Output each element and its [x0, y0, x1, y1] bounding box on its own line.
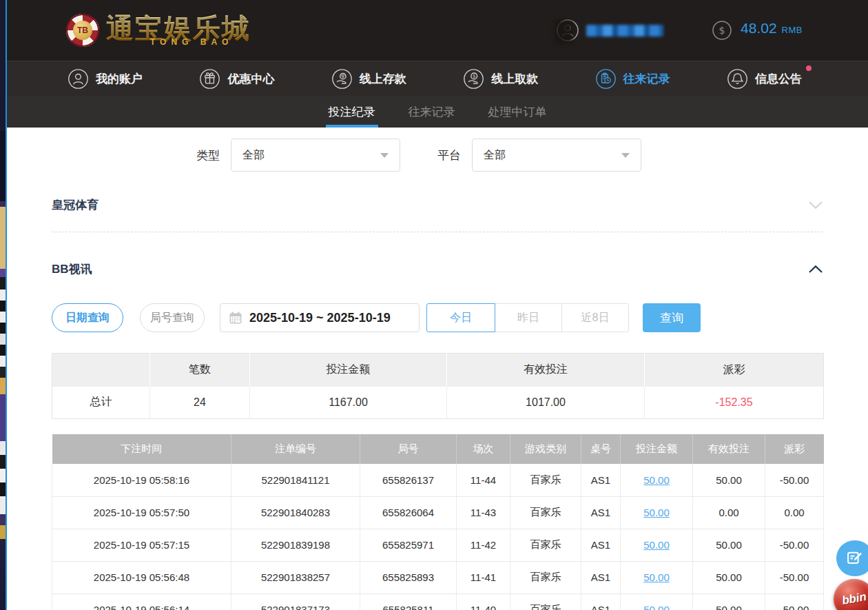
bet-table-body: 2025-10-19 05:58:16522901841121655826137… [52, 464, 824, 610]
table-cell: AS1 [581, 464, 621, 496]
tab-processing-orders[interactable]: 处理中订单 [487, 96, 548, 128]
table-cell: 50.00 [621, 496, 693, 529]
table-cell: 655825893 [360, 561, 457, 593]
last8days-button[interactable]: 近8日 [561, 303, 629, 332]
tab-bet-records[interactable]: 投注纪录 [327, 96, 377, 128]
table-cell: 2025-10-19 05:56:48 [52, 561, 231, 593]
summary-header-row: 笔数 投注金额 有效投注 派彩 [52, 354, 824, 387]
section-title: 皇冠体育 [52, 197, 99, 213]
table-cell: 50.00 [693, 529, 765, 561]
records-icon [595, 68, 617, 90]
table-cell: 百家乐 [510, 593, 581, 610]
nav-transaction-records[interactable]: 往来记录 [595, 68, 670, 90]
dashed-divider [52, 232, 823, 232]
yesterday-button[interactable]: 昨日 [495, 303, 562, 332]
sub-tabs: 投注纪录 往来记录 处理中订单 [7, 96, 868, 128]
table-cell: AS1 [581, 496, 621, 529]
table-cell: 百家乐 [510, 464, 581, 496]
date-range-value: 2025-10-19 ~ 2025-10-19 [249, 311, 391, 325]
bet-table-header-row: 下注时间 注单编号 局号 场次 游戏类别 桌号 投注金额 有效投注 派彩 [52, 434, 824, 464]
bet-amount-link[interactable]: 50.00 [643, 604, 670, 610]
bet-amount-link[interactable]: 50.00 [643, 507, 670, 518]
table-cell: 522901837173 [231, 593, 360, 610]
table-cell: 50.00 [693, 593, 765, 610]
nav-my-account[interactable]: 我的账户 [68, 68, 143, 90]
round-query-button[interactable]: 局号查询 [140, 303, 205, 332]
total-label: 总计 [52, 387, 150, 419]
content: 类型 全部 平台 全部 皇冠体育 BB视讯 [7, 139, 868, 610]
table-cell: 50.00 [621, 464, 693, 496]
table-cell: 50.00 [693, 561, 765, 593]
bet-records-table: 下注时间 注单编号 局号 场次 游戏类别 桌号 投注金额 有效投注 派彩 202… [52, 434, 824, 610]
balance-currency: RMB [782, 25, 803, 35]
table-cell: 655826137 [360, 464, 457, 496]
table-cell: 11-43 [457, 496, 510, 529]
chevron-down-icon [380, 153, 389, 158]
site-logo[interactable]: TB 通宝娱乐城 TONG BAO [66, 14, 251, 47]
table-cell: 522901841121 [231, 464, 360, 496]
search-button[interactable]: 查询 [643, 303, 701, 332]
tab-transaction-records[interactable]: 往来记录 [407, 96, 457, 128]
table-cell: 655825811 [360, 593, 457, 610]
withdraw-icon: $ [463, 68, 484, 90]
chevron-up-icon[interactable] [808, 265, 823, 274]
table-cell: 2025-10-19 05:56:14 [52, 593, 231, 610]
top-bar: TB 通宝娱乐城 TONG BAO $ 48.02 RMB [7, 0, 868, 61]
chevron-down-icon[interactable] [808, 201, 823, 210]
table-cell: 2025-10-19 05:58:16 [52, 464, 231, 496]
table-row: 2025-10-19 05:57:15522901839198655825971… [52, 529, 824, 561]
section-crown-sports[interactable]: 皇冠体育 [52, 197, 823, 213]
table-row: 2025-10-19 05:56:48522901838257655825893… [52, 561, 824, 593]
nav-announcements[interactable]: 信息公告 [727, 68, 802, 90]
table-cell: 11-42 [457, 529, 510, 561]
total-bet-amount: 1167.00 [250, 387, 447, 419]
bet-amount-link[interactable]: 50.00 [643, 539, 670, 551]
table-row: 2025-10-19 05:56:14522901837173655825811… [52, 593, 824, 610]
table-cell: 11-44 [457, 464, 510, 496]
table-cell: 50.00 [621, 529, 693, 561]
coin-icon: $ [712, 20, 732, 41]
table-cell: 522901839198 [231, 529, 360, 561]
svg-text:$: $ [719, 25, 725, 36]
table-cell: 百家乐 [510, 529, 581, 561]
nav-withdraw[interactable]: $ 线上取款 [463, 68, 538, 90]
type-select[interactable]: 全部 [231, 139, 400, 172]
avatar [556, 19, 579, 42]
feedback-edit-button[interactable] [836, 540, 868, 576]
type-label: 类型 [196, 148, 220, 163]
gift-icon [199, 68, 220, 90]
summary-total-row: 总计 24 1167.00 1017.00 -152.35 [52, 387, 824, 419]
edit-note-icon [845, 549, 865, 568]
platform-label: 平台 [437, 148, 461, 163]
notification-dot [806, 65, 812, 71]
table-cell: 2025-10-19 05:57:15 [52, 529, 231, 561]
date-query-button[interactable]: 日期查询 [52, 303, 123, 332]
total-valid-bet: 1017.00 [447, 387, 645, 419]
bet-amount-link[interactable]: 50.00 [643, 571, 670, 583]
today-button[interactable]: 今日 [426, 303, 495, 332]
platform-select[interactable]: 全部 [472, 139, 641, 172]
section-bb-video[interactable]: BB视讯 [52, 261, 823, 277]
table-cell: 522901840283 [231, 496, 360, 529]
nav-deposit[interactable]: 线上存款 [331, 68, 406, 90]
bell-icon [727, 68, 748, 90]
date-range-picker[interactable]: 2025-10-19 ~ 2025-10-19 [220, 303, 420, 332]
user-account[interactable] [556, 19, 663, 42]
page: TB 通宝娱乐城 TONG BAO $ 48.02 RMB [7, 0, 868, 610]
quick-range-group: 今日 昨日 近8日 [426, 303, 629, 332]
nav-promotions[interactable]: 优惠中心 [199, 68, 274, 90]
query-toolbar: 日期查询 局号查询 2025-10-19 ~ 2025-10-19 [52, 303, 823, 332]
table-cell: 50.00 [621, 561, 693, 593]
table-cell: -50.00 [765, 561, 824, 593]
balance[interactable]: $ 48.02 RMB [712, 20, 803, 41]
table-cell: 50.00 [693, 464, 765, 496]
table-cell: 50.00 [621, 593, 693, 610]
bet-amount-link[interactable]: 50.00 [643, 474, 670, 486]
filters-row: 类型 全部 平台 全部 [52, 139, 823, 172]
table-cell: 655826064 [360, 496, 457, 529]
total-payout: -152.35 [645, 387, 824, 419]
table-cell: -50.00 [765, 529, 824, 561]
table-cell: 11-40 [457, 593, 510, 610]
svg-text:$: $ [473, 73, 476, 79]
bbin-logo: bbin [841, 590, 868, 608]
